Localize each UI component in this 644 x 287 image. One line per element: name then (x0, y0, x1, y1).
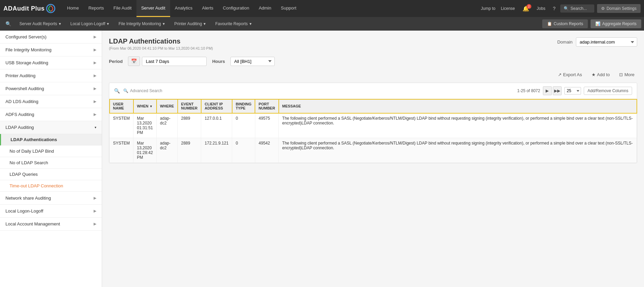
table-header: USERNAME WHEN ▾ WHERE EVENTNUMBER CLIENT… (110, 99, 637, 113)
advanced-search-button[interactable]: 🔍 Advanced Search (123, 88, 162, 93)
sidebar-item-configured-servers[interactable]: Configured Server(s) ▶ (0, 31, 102, 44)
app-logo[interactable]: ADAudit Plus (3, 4, 55, 13)
gear-icon: ⚙ (601, 6, 605, 11)
nav-server-audit[interactable]: Server Audit (136, 0, 170, 17)
sidebar-item-ldap-auditing[interactable]: LDAP Auditing ▾ (0, 121, 102, 134)
sidebar-item-local-account-management[interactable]: Local Account Management ▶ (0, 218, 102, 231)
pagination-info: 1-25 of 8072 (517, 88, 540, 93)
nav-configuration[interactable]: Configuration (218, 0, 254, 17)
cell-user-name: SYSTEM (110, 138, 133, 163)
sidebar-item-powershell-auditing[interactable]: Powershell Auditing ▶ (0, 82, 102, 95)
chevron-right-icon: ▶ (94, 35, 96, 39)
chevron-down-icon: ▾ (107, 21, 109, 26)
nav-analytics[interactable]: Analytics (170, 0, 197, 17)
data-table: USERNAME WHEN ▾ WHERE EVENTNUMBER CLIENT… (109, 99, 637, 163)
cell-event-number: 2889 (178, 113, 201, 138)
period-calendar-button[interactable]: 📅 (128, 56, 140, 66)
main-layout: Configured Server(s) ▶ File Integrity Mo… (0, 31, 644, 287)
sidebar-item-usb-storage-auditing[interactable]: USB Storage Auditing ▶ (0, 56, 102, 69)
chevron-right-icon: ▶ (94, 209, 96, 213)
domain-select[interactable]: adap.internal.com (576, 37, 637, 47)
nav-file-audit[interactable]: File Audit (109, 0, 136, 17)
chevron-right-icon: ▶ (94, 73, 96, 78)
action-row: ↗ Export As ★ Add to ⊡ More (109, 71, 637, 79)
table-search-icon[interactable]: 🔍 (114, 88, 120, 94)
nav-favourite-reports[interactable]: Favourite Reports ▾ (211, 17, 255, 31)
nav-alerts[interactable]: Alerts (197, 0, 218, 17)
nav-server-audit-reports[interactable]: Server Audit Reports ▾ (15, 17, 65, 31)
jump-to-link[interactable]: Jump to (481, 6, 496, 11)
add-remove-columns-button[interactable]: Add/Remove Columns (584, 87, 632, 95)
nav-support[interactable]: Support (276, 0, 301, 17)
second-nav-search-icon[interactable]: 🔍 (3, 20, 14, 28)
sidebar-item-ad-lds-auditing[interactable]: AD LDS Auditing ▶ (0, 95, 102, 108)
second-navigation: 🔍 Server Audit Reports ▾ Local Logon-Log… (0, 17, 644, 31)
cell-port-number: 49542 (255, 138, 278, 163)
nav-admin[interactable]: Admin (254, 0, 276, 17)
per-page-select[interactable]: 25 50 100 (564, 87, 581, 95)
cell-where: adap-dc2 (157, 138, 178, 163)
sidebar-sub-item-no-daily-ldap-bind[interactable]: No of Daily LDAP Bind (0, 146, 102, 157)
col-where: WHERE (157, 99, 178, 113)
nav-reports[interactable]: Reports (84, 0, 109, 17)
more-button[interactable]: ⊡ More (616, 71, 637, 79)
hours-dropdown[interactable]: All [BH1] (230, 57, 275, 66)
sidebar-sub-item-ldap-queries[interactable]: LDAP Queries (0, 169, 102, 180)
sidebar-item-network-share-auditing[interactable]: Network share Auditing ▶ (0, 192, 102, 205)
sidebar-sub-item-ldap-authentications[interactable]: LDAP Authentications (0, 134, 102, 146)
filter-row: Period 📅 Hours All [BH1] (109, 56, 637, 66)
sidebar-sub-item-no-ldap-search[interactable]: No of LDAP Search (0, 157, 102, 169)
chevron-right-icon: ▶ (94, 222, 96, 226)
cell-client-ip[interactable]: 127.0.0.1 (201, 113, 232, 138)
domain-settings-button[interactable]: ⚙ Domain Settings (597, 4, 641, 13)
sidebar-item-local-logon-logoff[interactable]: Local Logon-Logoff ▶ (0, 205, 102, 218)
aggregate-reports-icon: 📊 (595, 21, 600, 26)
sidebar-sub-item-timeout-ldap-connection[interactable]: Time-out LDAP Connection (0, 180, 102, 192)
add-to-button[interactable]: ★ Add to (589, 71, 613, 79)
content-header: LDAP Authentications (From Mar 06,2020 0… (109, 37, 637, 50)
app-name: ADAudit Plus (3, 5, 45, 12)
nav-file-integrity-monitoring[interactable]: File Integrity Monitoring ▾ (114, 17, 169, 31)
sidebar: Configured Server(s) ▶ File Integrity Mo… (0, 31, 102, 287)
period-text-input[interactable] (142, 57, 207, 66)
export-as-button[interactable]: ↗ Export As (555, 71, 585, 79)
nav-local-logon-logoff[interactable]: Local Logon-Logoff ▾ (66, 17, 113, 31)
sidebar-item-adfs-auditing[interactable]: ADFS Auditing ▶ (0, 108, 102, 121)
cell-binding-type: 0 (232, 138, 255, 163)
chevron-down-icon: ▾ (59, 21, 61, 26)
col-when[interactable]: WHEN ▾ (133, 99, 157, 113)
second-nav-right-actions: 📋 Custom Reports 📊 Aggregate Reports (542, 19, 641, 28)
chevron-down-icon: ▾ (204, 21, 206, 26)
nav-printer-auditing[interactable]: Printer Auditing ▾ (170, 17, 210, 31)
license-button[interactable]: License (498, 5, 517, 12)
top-nav-right: Jump to License 🔔 2 Jobs ? 🔍 Search... ⚙… (481, 4, 641, 13)
table-row: SYSTEM Mar13,202001:31:51PM adap-dc2 288… (110, 113, 637, 138)
cell-client-ip[interactable]: 172.21.9.121 (201, 138, 232, 163)
sidebar-item-file-integrity-monitoring[interactable]: File Integrity Monitoring ▶ (0, 44, 102, 56)
chevron-down-icon: ▾ (95, 125, 96, 129)
col-user-name: USERNAME (110, 99, 133, 113)
table-pagination: 1-25 of 8072 ▶ ▶▶ 25 50 100 Add/Remove C… (517, 86, 632, 95)
nav-home[interactable]: Home (62, 0, 84, 17)
notifications-button[interactable]: 🔔 2 (520, 4, 531, 13)
search-box[interactable]: 🔍 Search... (560, 4, 594, 13)
help-button[interactable]: ? (551, 4, 558, 13)
main-nav-links: Home Reports File Audit Server Audit Ana… (62, 0, 481, 17)
search-label: Search... (570, 6, 587, 11)
next-page-button[interactable]: ▶ (543, 86, 552, 95)
cell-binding-type: 0 (232, 113, 255, 138)
cell-where: adap-dc2 (157, 113, 178, 138)
col-client-ip-address: CLIENT IPADDRESS (201, 99, 232, 113)
chevron-down-icon: ▾ (249, 21, 252, 26)
notification-badge: 2 (527, 4, 531, 9)
period-input: 📅 (128, 56, 207, 66)
aggregate-reports-button[interactable]: 📊 Aggregate Reports (591, 19, 641, 28)
table-body: SYSTEM Mar13,202001:31:51PM adap-dc2 288… (110, 113, 637, 163)
sidebar-item-printer-auditing[interactable]: Printer Auditing ▶ (0, 69, 102, 82)
jobs-button[interactable]: Jobs (534, 5, 548, 12)
chevron-right-icon: ▶ (94, 86, 96, 91)
page-title: LDAP Authentications (109, 37, 213, 45)
last-page-button[interactable]: ▶▶ (553, 86, 562, 95)
custom-reports-button[interactable]: 📋 Custom Reports (542, 19, 588, 28)
hours-select: All [BH1] (230, 57, 275, 66)
